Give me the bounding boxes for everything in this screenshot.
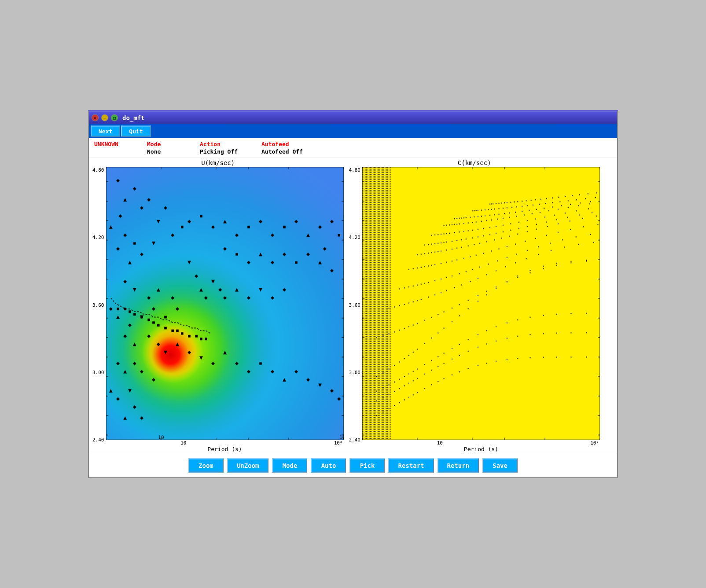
- action-value: Picking Off: [200, 148, 261, 155]
- autofeed-label: Autofeed: [261, 141, 323, 147]
- left-y-axis: 4.80 4.20 3.60 3.00 2.40: [92, 167, 106, 452]
- left-x-label: Period (s): [106, 446, 344, 452]
- right-chart-wrapper: 4.80 4.20 3.60 3.00 2.40 10 10² Period (…: [349, 167, 600, 452]
- action-label: Action: [200, 141, 261, 147]
- zoom-button[interactable]: Zoom: [188, 459, 224, 473]
- unknown-label: UNKNOWN: [94, 141, 147, 147]
- bottom-toolbar: Zoom UnZoom Mode Auto Pick Restart Retur…: [89, 454, 617, 477]
- right-y-axis: 4.80 4.20 3.60 3.00 2.40: [349, 167, 363, 452]
- autofeed-value: Autofeed Off: [261, 148, 323, 155]
- close-button[interactable]: ×: [92, 114, 99, 121]
- save-button[interactable]: Save: [482, 459, 518, 473]
- left-chart-wrapper: 4.80 4.20 3.60 3.00 2.40 10 10² Period (…: [92, 167, 344, 452]
- charts-area: U(km/sec) 4.80 4.20 3.60 3.00 2.40 10 10…: [89, 158, 617, 454]
- mode-label: Mode: [147, 141, 200, 147]
- left-chart-inner[interactable]: 10 10² Period (s): [106, 167, 344, 452]
- return-button[interactable]: Return: [438, 459, 479, 473]
- mode-button[interactable]: Mode: [272, 459, 307, 473]
- title-bar: × – □ do_mft: [89, 112, 617, 124]
- quit-menu-button[interactable]: Quit: [121, 125, 151, 136]
- next-menu-button[interactable]: Next: [91, 125, 120, 136]
- right-chart-title: C(km/sec): [458, 159, 491, 166]
- pick-button[interactable]: Pick: [349, 459, 385, 473]
- minimize-button[interactable]: –: [101, 114, 108, 121]
- left-chart-container: U(km/sec) 4.80 4.20 3.60 3.00 2.40 10 10…: [92, 159, 344, 452]
- mode-value: None: [147, 148, 200, 155]
- maximize-button[interactable]: □: [111, 114, 118, 121]
- window-title: do_mft: [122, 114, 145, 121]
- left-chart-title: U(km/sec): [201, 159, 235, 166]
- right-x-label: Period (s): [362, 446, 600, 452]
- right-x-ticks: 10 10²: [362, 440, 600, 446]
- unzoom-button[interactable]: UnZoom: [227, 459, 269, 473]
- menu-bar: Next Quit: [89, 124, 617, 138]
- auto-button[interactable]: Auto: [311, 459, 346, 473]
- right-chart-inner[interactable]: 10 10² Period (s): [362, 167, 600, 452]
- status-area: UNKNOWN Mode Action Autofeed None Pickin…: [89, 138, 617, 158]
- right-chart-container: C(km/sec) 4.80 4.20 3.60 3.00 2.40 10 10…: [349, 159, 600, 452]
- unknown-value: [94, 148, 147, 155]
- restart-button[interactable]: Restart: [388, 459, 434, 473]
- left-x-ticks: 10 10²: [106, 440, 344, 446]
